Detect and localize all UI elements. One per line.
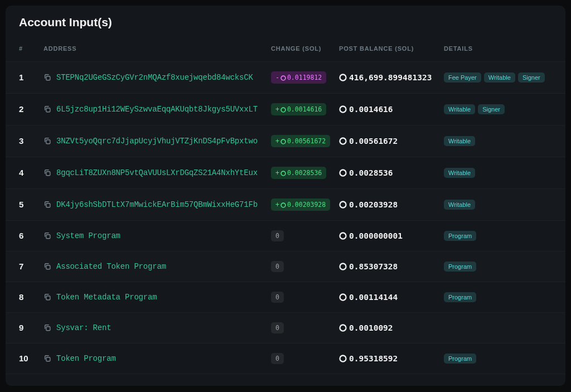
- copy-icon[interactable]: [43, 232, 51, 240]
- detail-tag-program: Program: [444, 292, 476, 302]
- row-index: 8: [19, 292, 23, 302]
- change-pill: 0: [271, 292, 284, 303]
- copy-icon[interactable]: [43, 263, 51, 270]
- change-pill: +0.00203928: [271, 199, 330, 211]
- row-index: 9: [19, 323, 23, 332]
- sol-icon: [339, 355, 347, 362]
- change-pill: +0.00561672: [271, 135, 330, 147]
- sol-icon: [280, 107, 286, 112]
- sol-icon: [339, 169, 347, 177]
- address-link[interactable]: System Program: [56, 231, 120, 240]
- address-link[interactable]: Sysvar: Rent: [56, 323, 111, 332]
- change-pill: -0.0119812: [271, 71, 326, 84]
- row-index: 3: [19, 136, 23, 146]
- address-link[interactable]: 6L5jzc8up1Hi12WEySzwvaEqqAKUqbt8Jkgys5UV…: [56, 105, 258, 114]
- accounts-table: # ADDRESS CHANGE (SOL) POST BALANCE (SOL…: [6, 36, 565, 374]
- col-header-index: #: [19, 45, 43, 52]
- change-sign: +: [275, 105, 279, 113]
- copy-icon[interactable]: [43, 355, 51, 362]
- sol-icon: [339, 324, 347, 332]
- col-header-change: CHANGE (SOL): [271, 45, 339, 52]
- change-value: 0.0028536: [287, 169, 322, 177]
- svg-point-2: [340, 74, 346, 80]
- table-row: 48gqcLiT8ZUXn8NP5vtQaVUUsLXrDGqZS21A4Nxh…: [6, 157, 565, 189]
- post-balance-value: 0.000000001: [349, 231, 403, 240]
- detail-tag-writable: Writable: [444, 104, 475, 114]
- sol-icon: [280, 202, 286, 207]
- svg-point-11: [340, 170, 346, 176]
- change-value: 0.00561672: [287, 137, 326, 145]
- table-header-row: # ADDRESS CHANGE (SOL) POST BALANCE (SOL…: [6, 36, 565, 62]
- post-balance-value: 0.00203928: [349, 200, 398, 209]
- svg-rect-23: [46, 357, 50, 361]
- change-value: 0.0119812: [287, 74, 322, 81]
- post-balance-value: 0.00561672: [349, 137, 398, 146]
- change-value: 0.00203928: [287, 201, 326, 209]
- detail-tag-writable: Writable: [444, 200, 475, 210]
- post-balance-value: 0.95318592: [349, 354, 398, 363]
- change-pill: 0: [271, 230, 284, 241]
- address-link[interactable]: Associated Token Program: [56, 262, 166, 271]
- post-balance-value: 0.0028536: [349, 168, 393, 177]
- address-link[interactable]: Token Program: [56, 354, 116, 363]
- svg-point-18: [340, 263, 346, 269]
- svg-point-4: [281, 108, 286, 112]
- sol-icon: [339, 74, 347, 81]
- svg-rect-21: [46, 327, 50, 331]
- address-link[interactable]: 3NZVt5yoQqrc7dJjapUcyjVhujVTZjKnDS4pFvBp…: [56, 137, 258, 146]
- table-row: 7Associated Token Program00.85307328Prog…: [6, 251, 565, 282]
- change-pill: 0: [271, 261, 284, 272]
- copy-icon[interactable]: [43, 105, 51, 113]
- table-row: 9Sysvar: Rent00.0010092: [6, 313, 565, 343]
- row-index: 2: [19, 104, 23, 114]
- sol-icon: [339, 105, 347, 113]
- address-link[interactable]: Token Metadata Program: [56, 293, 157, 302]
- change-value: 0.0014616: [287, 105, 322, 113]
- copy-icon[interactable]: [43, 137, 51, 145]
- detail-tag-writable: Writable: [444, 168, 475, 178]
- row-index: 1: [19, 72, 23, 82]
- svg-point-24: [340, 355, 346, 361]
- address-link[interactable]: DK4jy6shSbDTLtX7mMwickEArBim57QBmWixxHeG…: [56, 200, 258, 209]
- change-pill: +0.0028536: [271, 167, 326, 179]
- post-balance-value: 416,699.899481323: [349, 73, 432, 82]
- svg-rect-3: [46, 108, 50, 112]
- row-index: 6: [19, 231, 23, 240]
- svg-point-14: [340, 201, 346, 207]
- sol-icon: [280, 170, 286, 176]
- copy-icon[interactable]: [43, 74, 51, 81]
- table-row: 5DK4jy6shSbDTLtX7mMwickEArBim57QBmWixxHe…: [6, 189, 565, 221]
- row-index: 7: [19, 262, 23, 271]
- post-balance-value: 0.85307328: [349, 262, 398, 271]
- sol-icon: [339, 201, 347, 209]
- address-link[interactable]: STEPNq2UGeGSzCyGVr2nMQAzf8xuejwqebd84wck…: [56, 73, 253, 82]
- copy-icon[interactable]: [43, 201, 51, 209]
- detail-tag-signer: Signer: [518, 72, 545, 83]
- sol-icon: [339, 232, 347, 240]
- change-pill: 0: [271, 353, 284, 364]
- copy-icon[interactable]: [43, 293, 51, 301]
- svg-rect-17: [46, 265, 50, 269]
- detail-tag-program: Program: [444, 262, 476, 272]
- svg-rect-15: [46, 235, 50, 239]
- copy-icon[interactable]: [43, 324, 51, 332]
- svg-point-7: [281, 139, 286, 144]
- copy-icon[interactable]: [43, 169, 51, 177]
- address-link[interactable]: 8gqcLiT8ZUXn8NP5vtQaVUUsLXrDGqZS21A4NxhY…: [56, 168, 258, 177]
- svg-point-8: [340, 138, 346, 144]
- change-pill: +0.0014616: [271, 103, 326, 115]
- svg-point-16: [340, 233, 346, 239]
- detail-tag-signer: Signer: [478, 104, 505, 114]
- table-row: 6System Program00.000000001Program: [6, 221, 565, 251]
- table-row: 10Token Program00.95318592Program: [6, 343, 565, 374]
- post-balance-value: 0.0010092: [349, 323, 393, 332]
- post-balance-value: 0.00114144: [349, 293, 398, 302]
- detail-tag-program: Program: [444, 231, 476, 241]
- col-header-details: DETAILS: [444, 45, 552, 52]
- sol-icon: [280, 138, 286, 144]
- svg-rect-12: [46, 204, 50, 207]
- detail-tag-fee-payer: Fee Payer: [444, 72, 481, 83]
- svg-rect-19: [46, 296, 50, 300]
- detail-tag-program: Program: [444, 354, 476, 364]
- row-index: 5: [19, 200, 23, 209]
